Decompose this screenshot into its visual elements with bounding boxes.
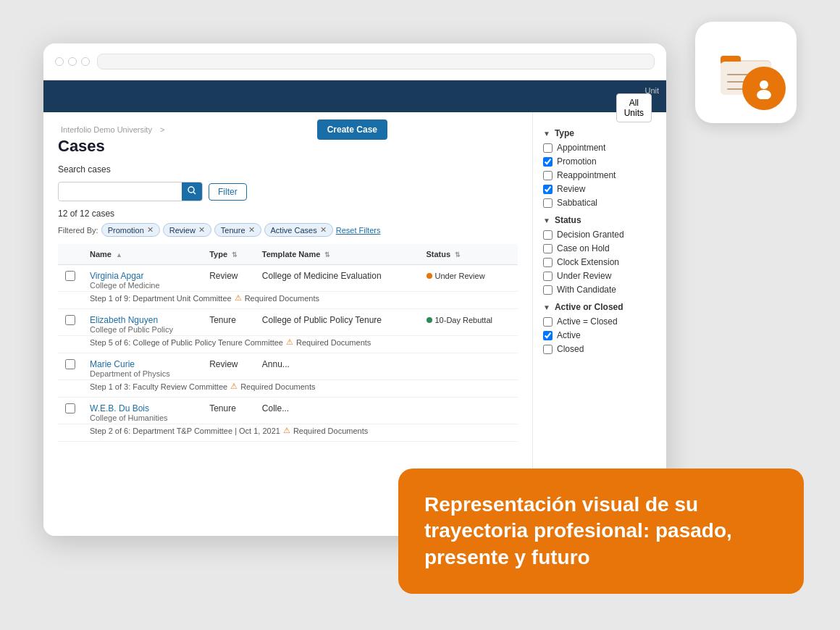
step-info-1: Step 5 of 6: College of Public Policy Te… — [90, 337, 511, 347]
filter-tag-promotion-remove[interactable]: ✕ — [147, 225, 154, 235]
filter-tag-tenure-remove[interactable]: ✕ — [248, 225, 255, 235]
search-input-row: Filter — [58, 182, 518, 201]
row-checkbox-1[interactable] — [65, 315, 75, 325]
cases-count: 12 of 12 cases — [58, 209, 518, 219]
row-checkbox-cell — [58, 353, 83, 380]
status-dot — [427, 317, 432, 323]
browser-toolbar — [43, 43, 666, 80]
filtered-by-label: Filtered By: — [58, 226, 98, 235]
sub-check-0 — [58, 292, 83, 309]
candidate-name-3[interactable]: W.E.B. Du Bois — [90, 403, 195, 413]
filter-active-closed-label: Active or Closed — [555, 302, 623, 312]
row-status-cell-0: Under Review — [419, 265, 518, 292]
template-sort-icon: ⇅ — [324, 251, 330, 259]
filter-tag-promotion[interactable]: Promotion ✕ — [101, 223, 160, 237]
table-row-sub: Step 5 of 6: College of Public Policy Te… — [58, 336, 518, 353]
svg-point-0 — [188, 187, 194, 193]
row-checkbox-cell — [58, 398, 83, 424]
scene: Unit All Units Create Case Interfolio De… — [0, 0, 840, 630]
candidate-name-0[interactable]: Virginia Apgar — [90, 271, 195, 281]
row-name-cell: Marie Curie Department of Physics — [83, 353, 202, 380]
breadcrumb: Interfolio Demo University > — [58, 125, 518, 134]
filter-tag-tenure[interactable]: Tenure ✕ — [214, 223, 261, 237]
checkbox-active[interactable] — [543, 331, 553, 340]
create-case-button[interactable]: Create Case — [317, 119, 387, 140]
checkbox-decision-granted[interactable] — [543, 230, 553, 240]
candidate-dept-0: College of Medicine — [90, 281, 195, 290]
filter-status-header[interactable]: ▼ Status — [543, 215, 656, 225]
checkbox-under-review[interactable] — [543, 272, 553, 281]
checkbox-sabbatical[interactable] — [543, 198, 553, 208]
filter-item-closed: Closed — [543, 344, 656, 354]
search-input[interactable] — [59, 184, 182, 200]
row-template-cell-0: College of Medicine Evaluation — [255, 265, 419, 292]
filter-tag-active-cases-remove[interactable]: ✕ — [320, 225, 327, 235]
filter-active-closed-items: Active = Closed Active Closed — [543, 316, 656, 354]
label-promotion: Promotion — [557, 156, 597, 167]
row-checkbox-cell — [58, 309, 83, 336]
search-button[interactable] — [182, 182, 202, 201]
warning-icon: ⚠ — [230, 382, 238, 391]
checkbox-clock-extension[interactable] — [543, 258, 553, 267]
browser-url-bar — [97, 54, 655, 70]
label-case-on-hold: Case on Hold — [557, 243, 610, 253]
req-docs-2: Required Documents — [240, 382, 315, 391]
row-checkbox-2[interactable] — [65, 359, 75, 369]
candidate-name-2[interactable]: Marie Curie — [90, 359, 195, 369]
checkbox-closed[interactable] — [543, 345, 553, 354]
checkbox-review[interactable] — [543, 185, 553, 194]
filter-type-label: Type — [555, 128, 574, 138]
filter-item-review: Review — [543, 184, 656, 194]
table-row: Marie Curie Department of Physics Review… — [58, 353, 518, 380]
checkbox-appointment[interactable] — [543, 143, 553, 153]
filter-tag-review-remove[interactable]: ✕ — [198, 225, 205, 235]
candidate-dept-3: College of Humanities — [90, 413, 195, 422]
row-name-cell: Virginia Apgar College of Medicine — [83, 265, 202, 292]
svg-line-1 — [193, 192, 196, 194]
search-label: Search cases — [58, 164, 111, 175]
filter-item-under-review: Under Review — [543, 271, 656, 281]
label-sabbatical: Sabbatical — [557, 198, 597, 208]
candidate-name-1[interactable]: Elizabeth Nguyen — [90, 315, 195, 325]
filter-item-promotion: Promotion — [543, 156, 656, 167]
filter-tag-review[interactable]: Review ✕ — [163, 223, 211, 237]
browser-dots — [55, 57, 90, 66]
filter-tag-active-cases[interactable]: Active Cases ✕ — [264, 223, 333, 237]
checkbox-active-equals-closed[interactable] — [543, 317, 553, 327]
checkbox-case-on-hold[interactable] — [543, 244, 553, 253]
filter-item-appointment: Appointment — [543, 143, 656, 153]
folder-icon-container — [695, 22, 797, 123]
col-status[interactable]: Status ⇅ — [419, 244, 518, 265]
sub-check-1 — [58, 336, 83, 353]
filter-item-active: Active — [543, 330, 656, 340]
filter-type-header[interactable]: ▼ Type — [543, 128, 656, 138]
reset-filters-link[interactable]: Reset Filters — [336, 226, 381, 235]
filter-tag-tenure-label: Tenure — [221, 226, 245, 235]
status-chevron-icon: ▼ — [543, 217, 550, 224]
checkbox-reappointment[interactable] — [543, 171, 553, 180]
folder-illustration — [717, 46, 775, 99]
step-info-cell-0: Step 1 of 9: Department Unit Committee ⚠… — [83, 292, 518, 309]
row-checkbox-0[interactable] — [65, 271, 75, 281]
filter-active-closed-header[interactable]: ▼ Active or Closed — [543, 302, 656, 312]
col-name[interactable]: Name ▲ — [83, 244, 202, 265]
filter-button[interactable]: Filter — [209, 183, 247, 201]
col-type[interactable]: Type ⇅ — [202, 244, 255, 265]
checkbox-promotion[interactable] — [543, 157, 553, 167]
active-closed-chevron-icon: ▼ — [543, 303, 550, 311]
browser-dot-2 — [68, 57, 77, 66]
checkbox-with-candidate[interactable] — [543, 285, 553, 295]
table-row-sub: Step 1 of 9: Department Unit Committee ⚠… — [58, 292, 518, 309]
status-sort-icon: ⇅ — [455, 251, 461, 259]
all-units-button[interactable]: All Units — [616, 93, 652, 122]
browser-dot-3 — [81, 57, 90, 66]
row-checkbox-3[interactable] — [65, 403, 75, 413]
col-template[interactable]: Template Name ⇅ — [255, 244, 419, 265]
info-box-text: Representación visual de su trayectoria … — [424, 492, 778, 571]
filter-item-active-equals-closed: Active = Closed — [543, 316, 656, 327]
col-checkbox — [58, 244, 83, 265]
breadcrumb-link[interactable]: Interfolio Demo University — [61, 125, 152, 134]
filter-tag-review-label: Review — [169, 226, 196, 235]
row-type-cell-0: Review — [202, 265, 255, 292]
browser-dot-1 — [55, 57, 64, 66]
